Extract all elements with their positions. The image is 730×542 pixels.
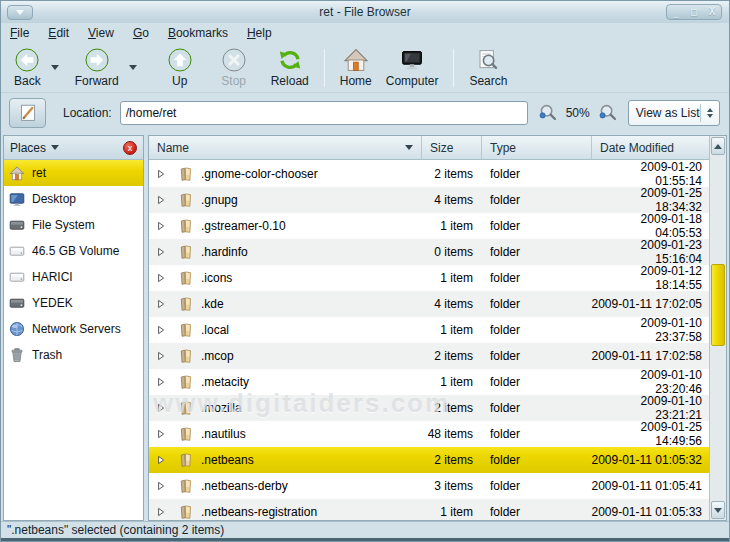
up-button[interactable]: Up <box>160 45 200 91</box>
list-header: Name Size Type Date Modified <box>149 136 709 160</box>
file-type: folder <box>481 167 591 181</box>
window-controls: _ □ X <box>666 4 722 20</box>
expander-icon[interactable] <box>149 377 173 387</box>
hard-drive-icon <box>9 295 25 311</box>
expander-icon[interactable] <box>149 325 173 335</box>
chevron-down-icon <box>51 65 59 70</box>
expander-icon[interactable] <box>149 299 173 309</box>
sidebar-item-trash[interactable]: Trash <box>4 342 143 368</box>
sidebar-item-file-system[interactable]: File System <box>4 212 143 238</box>
file-name: .gnupg <box>199 193 421 207</box>
back-history-dropdown[interactable] <box>48 45 62 91</box>
file-size: 2 items <box>421 401 481 415</box>
computer-button[interactable]: Computer <box>379 45 446 91</box>
table-row[interactable]: .mozilla2 itemsfolder2009-01-10 23:21:21 <box>149 395 709 421</box>
table-row[interactable]: .metacity1 itemfolder2009-01-10 23:20:46 <box>149 369 709 395</box>
file-name: .netbeans <box>199 453 421 467</box>
menu-bookmarks[interactable]: Bookmarks <box>168 26 228 40</box>
table-row[interactable]: .netbeans-registration1 itemfolder2009-0… <box>149 499 709 521</box>
maximize-button[interactable]: □ <box>691 4 697 20</box>
location-input[interactable] <box>120 101 528 125</box>
expander-icon[interactable] <box>149 195 173 205</box>
table-row[interactable]: .nautilus48 itemsfolder2009-01-25 14:49:… <box>149 421 709 447</box>
menu-view[interactable]: View <box>88 26 114 40</box>
forward-button[interactable]: Forward <box>68 45 126 91</box>
table-row[interactable]: .gnupg4 itemsfolder2009-01-25 18:34:32 <box>149 187 709 213</box>
file-date: 2009-01-11 01:05:41 <box>591 479 709 493</box>
home-button[interactable]: Home <box>333 45 379 91</box>
sidebar-item-yedek[interactable]: YEDEK <box>4 290 143 316</box>
expander-icon[interactable] <box>149 351 173 361</box>
menu-edit[interactable]: Edit <box>48 26 69 40</box>
title-bar[interactable]: ret - File Browser _ □ X <box>1 1 729 23</box>
sidebar-item-desktop[interactable]: Desktop <box>4 186 143 212</box>
scroll-down-button[interactable] <box>711 501 725 519</box>
expander-icon[interactable] <box>149 247 173 257</box>
column-header-type[interactable]: Type <box>481 136 591 159</box>
desktop-icon <box>9 191 25 207</box>
file-type: folder <box>481 479 591 493</box>
expander-icon[interactable] <box>149 169 173 179</box>
view-mode-select[interactable]: View as List <box>628 100 720 126</box>
expander-icon[interactable] <box>149 481 173 491</box>
file-type: folder <box>481 505 591 519</box>
column-header-name[interactable]: Name <box>149 136 421 159</box>
expander-icon[interactable] <box>149 273 173 283</box>
vertical-scrollbar[interactable] <box>709 136 726 520</box>
places-header[interactable]: Places x <box>4 136 143 160</box>
table-row[interactable]: .gnome-color-chooser2 itemsfolder2009-01… <box>149 161 709 187</box>
table-row-selected[interactable]: .netbeans2 itemsfolder2009-01-11 01:05:3… <box>149 447 709 473</box>
minimize-button[interactable]: _ <box>673 4 679 20</box>
hard-drive-icon <box>9 243 25 259</box>
hard-drive-icon <box>9 217 25 233</box>
expander-icon[interactable] <box>149 429 173 439</box>
expander-icon[interactable] <box>149 403 173 413</box>
scrollbar-thumb[interactable] <box>711 264 725 346</box>
expander-icon[interactable] <box>149 221 173 231</box>
pencil-icon <box>16 101 40 125</box>
zoom-in-button[interactable] <box>598 103 618 123</box>
main-area: Places x ret Desktop File System 46.5 GB… <box>3 134 727 521</box>
home-icon <box>343 47 369 73</box>
expander-icon[interactable] <box>149 507 173 517</box>
close-button[interactable]: X <box>709 4 715 20</box>
sidebar-item-volume[interactable]: 46.5 GB Volume <box>4 238 143 264</box>
table-row[interactable]: .hardinfo0 itemsfolder2009-01-23 15:16:0… <box>149 239 709 265</box>
sidebar-item-harici[interactable]: HARICI <box>4 264 143 290</box>
zoom-out-button[interactable] <box>538 103 558 123</box>
menu-help[interactable]: Help <box>247 26 272 40</box>
scroll-up-button[interactable] <box>711 137 725 155</box>
sidebar-item-ret[interactable]: ret <box>4 160 143 186</box>
hard-drive-icon <box>9 269 25 285</box>
expander-icon[interactable] <box>149 455 173 465</box>
file-size: 48 items <box>421 427 481 441</box>
file-date: 2009-01-11 01:05:32 <box>591 453 709 467</box>
close-sidebar-button[interactable]: x <box>123 141 137 155</box>
edit-location-button[interactable] <box>9 98 46 128</box>
file-date: 2009-01-10 23:37:58 <box>591 316 709 344</box>
table-row[interactable]: .mcop2 itemsfolder2009-01-11 17:02:58 <box>149 343 709 369</box>
table-row[interactable]: .local1 itemfolder2009-01-10 23:37:58 <box>149 317 709 343</box>
table-row[interactable]: .gstreamer-0.101 itemfolder2009-01-18 04… <box>149 213 709 239</box>
forward-history-dropdown[interactable] <box>126 45 140 91</box>
reload-button[interactable]: Reload <box>264 45 316 91</box>
table-row[interactable]: .netbeans-derby3 itemsfolder2009-01-11 0… <box>149 473 709 499</box>
menu-go[interactable]: Go <box>133 26 149 40</box>
file-name: .netbeans-derby <box>199 479 421 493</box>
column-header-size[interactable]: Size <box>421 136 481 159</box>
back-button[interactable]: Back <box>7 45 48 91</box>
folder-icon <box>173 478 199 494</box>
file-type: folder <box>481 245 591 259</box>
folder-icon <box>173 192 199 208</box>
file-type: folder <box>481 323 591 337</box>
column-header-date[interactable]: Date Modified <box>591 136 709 159</box>
folder-icon <box>173 348 199 364</box>
file-name: .mozilla <box>199 401 421 415</box>
table-row[interactable]: .icons1 itemfolder2009-01-12 18:14:55 <box>149 265 709 291</box>
table-row[interactable]: .kde4 itemsfolder2009-01-11 17:02:05 <box>149 291 709 317</box>
file-date: 2009-01-18 04:05:53 <box>591 212 709 240</box>
arrow-down-icon <box>714 508 722 513</box>
search-button[interactable]: Search <box>462 45 514 91</box>
menu-file[interactable]: File <box>10 26 29 40</box>
sidebar-item-network-servers[interactable]: Network Servers <box>4 316 143 342</box>
